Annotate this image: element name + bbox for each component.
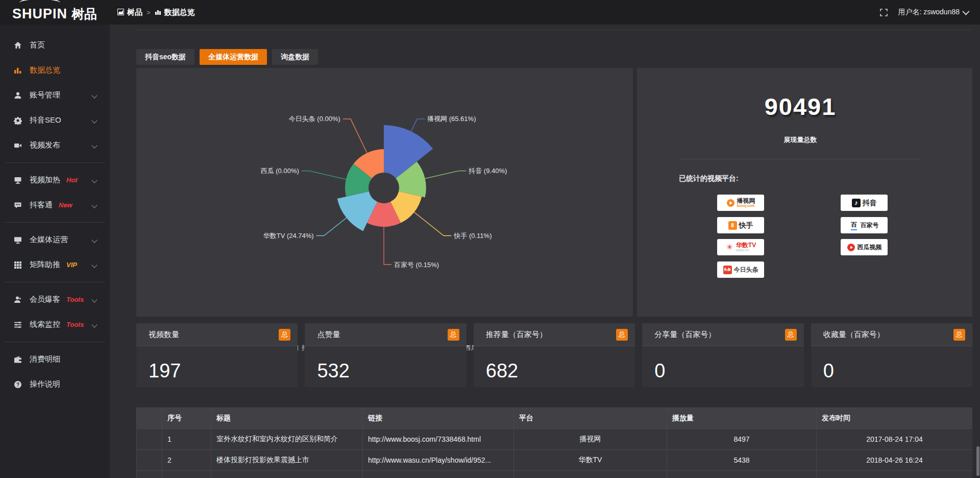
stat-card-value: 197 xyxy=(149,360,181,382)
stat-card-label: 视频数量 xyxy=(149,330,179,340)
platform-logo-wasu: ✳华数TVwasu.cn xyxy=(717,239,764,255)
chevron-down-icon xyxy=(91,262,97,268)
tab-0[interactable]: 抖音seo数据 xyxy=(136,49,194,65)
stat-card-4: 收藏量（百家号）总0 xyxy=(811,323,972,387)
total-badge[interactable]: 总 xyxy=(448,329,459,341)
sidebar-item-member-burst[interactable]: 会员爆客Tools xyxy=(0,287,110,312)
cell-platform: 华数TV xyxy=(514,450,667,471)
column-header-1: 标题 xyxy=(211,408,363,429)
sidebar-item-home[interactable]: 首页 xyxy=(0,33,110,58)
sidebar-item-data-overview[interactable]: 数据总览 xyxy=(0,58,110,83)
breadcrumb-item-current[interactable]: 数据总览 xyxy=(155,8,195,17)
toutiao-logo-icon: 头条 xyxy=(723,266,732,274)
pie-label: 西瓜 (0.00%) xyxy=(261,167,299,175)
sidebar-divider xyxy=(5,282,105,282)
breadcrumb: 树品 > 数据总览 xyxy=(117,0,195,25)
breadcrumb-divider xyxy=(136,30,972,30)
cell-title[interactable]: 楼体投影灯投影效果震撼上市 xyxy=(211,450,363,471)
sidebar-item-label: 矩阵助推 xyxy=(30,260,60,270)
pie-label: 华数TV (24.74%) xyxy=(263,232,314,240)
breadcrumb-label: 树品 xyxy=(127,8,142,17)
pie-label-line xyxy=(384,227,391,265)
cell-views: 8497 xyxy=(667,429,817,450)
tab-2[interactable]: 询盘数据 xyxy=(272,49,318,65)
pie-label-line xyxy=(425,171,467,179)
gear-icon xyxy=(13,116,22,125)
cell-title[interactable]: 室外水纹灯和室内水纹灯的区别和简介 xyxy=(211,429,363,450)
pie-slice-华数TV[interactable] xyxy=(337,192,377,231)
sidebar-item-lead-monitor[interactable]: 线索监控Tools xyxy=(0,312,110,337)
cell-platform: 播视网 xyxy=(514,429,667,450)
sidebar-item-matrix-boost[interactable]: 矩阵助推VIP xyxy=(0,252,110,277)
chat-icon xyxy=(13,201,22,209)
cell-time: 2018-04-26 16:24 xyxy=(817,450,973,471)
home-icon xyxy=(13,41,22,50)
page-scrollbar-thumb[interactable] xyxy=(976,446,979,476)
sidebar-item-operation-guide[interactable]: ?操作说明 xyxy=(0,372,110,397)
stat-card-header: 收藏量（百家号）总 xyxy=(811,323,972,346)
platform-share-rose-chart[interactable]: 播视网 (65.61%)抖音 (9.40%)快手 (0.11%)百家号 (0.1… xyxy=(136,68,633,317)
chevron-down-icon xyxy=(91,237,97,243)
sidebar-item-label: 数据总览 xyxy=(30,65,60,75)
heat-icon xyxy=(13,176,22,184)
stat-card-2: 推荐量（百家号）总682 xyxy=(474,323,635,387)
sliders-icon xyxy=(13,320,22,329)
platform-logo-xigua: 西瓜视频 xyxy=(841,239,888,255)
total-badge[interactable]: 总 xyxy=(279,329,290,341)
sidebar-divider xyxy=(5,222,105,223)
logo-text-cn: 树品 xyxy=(71,5,97,23)
sidebar-item-media-operation[interactable]: 全媒体运营 xyxy=(0,227,110,252)
pie-label: 快手 (0.11%) xyxy=(453,232,492,240)
sidebar-item-douketong[interactable]: 抖客通New xyxy=(0,193,110,218)
total-badge[interactable]: 总 xyxy=(953,329,965,341)
sidebar-item-video-heat[interactable]: 视频加热Hot xyxy=(0,168,110,193)
videos-table: 序号标题链接平台播放量发布时间 1室外水纹灯和室内水纹灯的区别和简介http:/… xyxy=(136,408,972,478)
breadcrumb-item-root[interactable]: 树品 xyxy=(117,8,142,17)
bar-chart-icon xyxy=(13,66,22,75)
stat-card-label: 点赞量 xyxy=(317,330,340,340)
username-label: 用户名: zswodun88 xyxy=(898,8,960,17)
sidebar-item-douyin-seo[interactable]: 抖音SEO xyxy=(0,108,110,133)
total-badge[interactable]: 总 xyxy=(616,329,628,341)
videos-table-wrap: 序号标题链接平台播放量发布时间 1室外水纹灯和室内水纹灯的区别和简介http:/… xyxy=(136,408,972,478)
baijiahao-logo-icon: 百 xyxy=(850,221,859,230)
sidebar-item-label: 操作说明 xyxy=(30,379,60,389)
stat-card-value: 532 xyxy=(317,360,349,382)
platform-logo-kuaishou: 8快手 xyxy=(717,217,764,233)
sidebar-item-label: 抖音SEO xyxy=(30,115,61,125)
svg-text:?: ? xyxy=(16,381,19,387)
sidebar-item-video-publish[interactable]: 视频发布 xyxy=(0,133,110,158)
pie-label-line xyxy=(302,171,346,180)
stat-card-header: 点赞量总 xyxy=(305,323,466,346)
stat-card-label: 收藏量（百家号） xyxy=(823,330,885,340)
stat-card-header: 推荐量（百家号）总 xyxy=(474,323,635,346)
data-tabs: 抖音seo数据全媒体运营数据询盘数据 xyxy=(136,49,318,65)
column-header-2: 链接 xyxy=(363,408,514,429)
stat-card-header: 分享量（百家号）总 xyxy=(642,323,803,346)
bar-chart-icon xyxy=(155,8,161,17)
sidebar-item-expense-detail[interactable]: 消费明细 xyxy=(0,347,110,372)
douyin-logo-icon: ♪ xyxy=(852,199,861,207)
fullscreen-icon[interactable] xyxy=(880,9,888,16)
total-badge[interactable]: 总 xyxy=(785,329,797,341)
sidebar-item-label: 线索监控 xyxy=(30,320,60,329)
cell-link[interactable]: http://www.boosj.com/7338468.html xyxy=(363,429,514,450)
cell-link[interactable]: http://www.wasu.cn/Play/show/id/952... xyxy=(363,450,514,471)
sidebar-item-account-manage[interactable]: 账号管理 xyxy=(0,83,110,108)
site-icon xyxy=(117,8,124,17)
table-header-row: 序号标题链接平台播放量发布时间 xyxy=(137,408,973,429)
cell-views: 5438 xyxy=(667,450,817,471)
question-icon: ? xyxy=(13,380,22,389)
sidebar-item-label: 视频发布 xyxy=(30,140,60,150)
column-header-0: 序号 xyxy=(162,408,211,429)
chevron-down-icon xyxy=(91,117,97,123)
stat-card-3: 分享量（百家号）总0 xyxy=(642,323,803,387)
platform-logo-baijiahao: 百百家号 xyxy=(841,217,888,233)
tab-1-active[interactable]: 全媒体运营数据 xyxy=(200,49,267,65)
total-impressions-value: 90491 xyxy=(668,92,933,121)
summary-panel: 90491 展现量总数 已统计的视频平台: 播视网boosj.com8快手✳华数… xyxy=(637,68,972,317)
column-header-3: 平台 xyxy=(514,408,667,429)
logo-text-en: SHUPIN xyxy=(12,3,67,23)
sidebar: 首页数据总览账号管理抖音SEO视频发布视频加热Hot抖客通New全媒体运营矩阵助… xyxy=(0,25,110,478)
user-menu[interactable]: 用户名: zswodun88 xyxy=(898,8,968,17)
